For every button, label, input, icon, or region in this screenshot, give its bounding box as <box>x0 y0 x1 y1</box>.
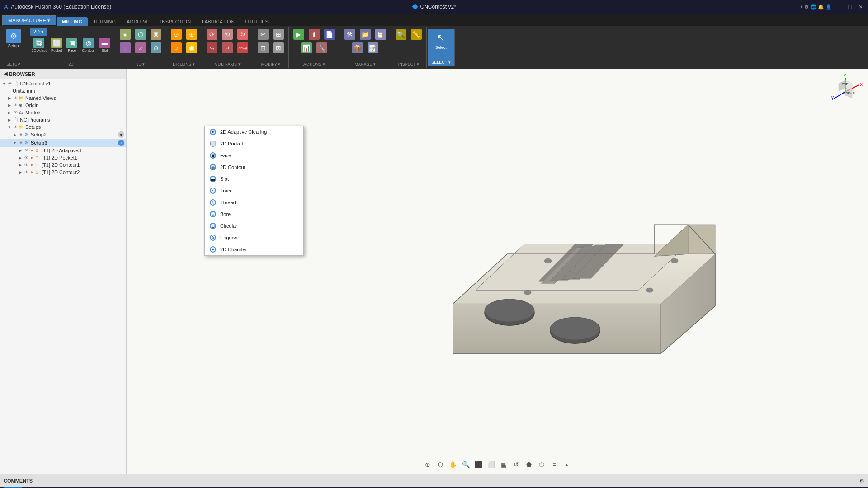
tab-fabrication[interactable]: FABRICATION <box>196 17 240 26</box>
eye-icon-2: 👁 <box>13 95 18 101</box>
tree-item-2d-contour2[interactable]: ▶ 👁 ● ⊙ [T1] 2D Contour2 <box>0 169 126 176</box>
browser-header: ◀ BROWSER <box>0 69 126 79</box>
menu-item-slot[interactable]: ▬ Slot <box>205 173 303 185</box>
3d-parallel-btn[interactable]: ≡ <box>118 42 132 54</box>
modify-btn1[interactable]: ✂ <box>256 28 270 41</box>
multi-axis-btn4[interactable]: ⤿ <box>205 42 219 54</box>
manage-btn4[interactable]: 📦 <box>350 42 365 54</box>
maximize-button[interactable]: □ <box>846 3 854 10</box>
menu-item-thread[interactable]: ⌇ Thread <box>205 197 303 208</box>
manage-btn1[interactable]: 🛠 <box>343 28 357 41</box>
display-mode-btn[interactable]: ⬛ <box>473 459 484 470</box>
home-view-btn[interactable]: ⊕ <box>422 459 433 470</box>
tab-turning[interactable]: TURNING <box>88 17 121 26</box>
tree-item-2d-contour1[interactable]: ▶ 👁 ● ⊙ [T1] 2D Contour1 <box>0 161 126 169</box>
ribbon-tabs: MANUFACTURE ▾ MILLING TURNING ADDITIVE I… <box>0 14 868 26</box>
2d-contour-btn[interactable]: ◎Contour <box>80 37 96 53</box>
tree-item-2d-pocket1[interactable]: ▶ 👁 ● ⊙ [T1] 2D Pocket1 <box>0 154 126 161</box>
minimize-button[interactable]: − <box>835 3 843 10</box>
tree-item-cncontest[interactable]: ▼ 👁 📄 CNContest v1 <box>0 80 126 87</box>
multi-axis-btn3[interactable]: ↻ <box>236 28 250 41</box>
effects-btn[interactable]: ▸ <box>561 459 572 470</box>
tree-item-units[interactable]: Units: mm <box>0 87 126 94</box>
svg-text:X: X <box>860 82 863 87</box>
tab-milling[interactable]: MILLING <box>57 17 88 26</box>
select-btn[interactable]: ↖ Select <box>432 30 450 51</box>
visual-style-btn[interactable]: ⬜ <box>486 459 496 470</box>
manufacture-dropdown[interactable]: MANUFACTURE ▾ <box>2 15 57 26</box>
close-button[interactable]: × <box>857 3 864 10</box>
modify-btn2[interactable]: ⊞ <box>271 28 286 41</box>
2d-adaptive-btn[interactable]: 🔄2D Adapt <box>30 37 48 53</box>
action-btn5[interactable]: 🔧 <box>315 42 329 54</box>
tree-item-named-views[interactable]: ▶ 👁 📂 Named Views <box>0 94 126 102</box>
drill-btn[interactable]: ⊙ <box>169 28 184 41</box>
tree-item-nc-programs[interactable]: ▶ 📋 NC Programs <box>0 116 126 123</box>
tree-item-setups[interactable]: ▼ 👁 📁 Setups <box>0 123 126 131</box>
tab-utilities[interactable]: UTILITIES <box>240 17 274 26</box>
grid-btn[interactable]: ▦ <box>498 459 509 470</box>
tree-item-setup2[interactable]: ▶ 👁 ⚙ Setup2 ● <box>0 131 126 139</box>
manage-btn2[interactable]: 📁 <box>358 28 373 41</box>
nc-code-btn[interactable]: 📄 <box>322 28 337 41</box>
3d-adaptive-btn[interactable]: ◈ <box>118 28 132 41</box>
menu-item-trace[interactable]: ∿ Trace <box>205 185 303 197</box>
tree-item-setup3[interactable]: ▼ 👁 ⚙ Setup3 i <box>0 139 126 147</box>
menu-item-circular[interactable]: ⊙ Circular <box>205 220 303 232</box>
multi-axis-btn2[interactable]: ⟲ <box>220 28 235 41</box>
look-at-btn[interactable]: ⬡ <box>435 459 446 470</box>
3d-contour-btn[interactable]: ⌘ <box>149 28 163 41</box>
thread-icon: ⌇ <box>209 199 217 206</box>
browser-collapse-icon[interactable]: ◀ <box>4 71 7 77</box>
3d-drill-btn[interactable]: ⊕ <box>149 42 163 54</box>
tree-item-models[interactable]: ▶ 👁 🗂 Models <box>0 109 126 116</box>
3d-pocket-btn[interactable]: ⬡ <box>133 28 148 41</box>
tree-item-origin[interactable]: ▶ 👁 ⊕ Origin <box>0 102 126 109</box>
face-btn[interactable]: ▣Face <box>65 37 79 53</box>
models-label: Models <box>25 110 41 115</box>
manage-btn3[interactable]: 📋 <box>373 28 388 41</box>
viewport[interactable]: ✦ 2D Adaptive Clearing ⬜ 2D Pocket ▣ Fac… <box>127 69 868 474</box>
expand-cncontest[interactable]: ▼ <box>2 81 6 86</box>
menu-item-2d-contour[interactable]: ◎ 2D Contour <box>205 161 303 173</box>
orbit-btn[interactable]: ↺ <box>511 459 522 470</box>
reaming-btn[interactable]: ◉ <box>184 42 199 54</box>
section-analysis-btn[interactable]: ≡ <box>549 459 560 470</box>
multi-axis-btn5[interactable]: ⤾ <box>220 42 235 54</box>
menu-item-2d-pocket[interactable]: ⬜ 2D Pocket <box>205 138 303 150</box>
center-drill-btn[interactable]: ⊛ <box>184 28 199 41</box>
menu-item-engrave[interactable]: ✎ Engrave <box>205 232 303 244</box>
setup-button[interactable]: ⚙ Setup <box>5 28 23 49</box>
2d-dropdown-button[interactable]: 2D ▾ <box>30 28 47 36</box>
menu-item-face[interactable]: ▣ Face <box>205 150 303 161</box>
menu-item-2d-adaptive[interactable]: ✦ 2D Adaptive Clearing <box>205 126 303 138</box>
slot-btn[interactable]: ▬Slot <box>98 37 112 53</box>
2d-pocket-btn[interactable]: ⬜Pocket <box>49 37 64 53</box>
inspect-btn1[interactable]: 🔍 <box>394 28 408 41</box>
pan-btn[interactable]: ✋ <box>448 459 458 470</box>
action-btn4[interactable]: 📊 <box>299 42 314 54</box>
post-btn[interactable]: ⬆ <box>307 28 321 41</box>
modify-btn3[interactable]: ⊟ <box>256 42 270 54</box>
manage-btn5[interactable]: 📝 <box>366 42 380 54</box>
simulate-btn[interactable]: ▶ <box>292 28 306 41</box>
svg-point-13 <box>550 317 600 340</box>
boring-btn[interactable]: ○ <box>169 42 184 54</box>
tab-inspection[interactable]: INSPECTION <box>155 17 196 26</box>
menu-item-2d-chamfer[interactable]: ⌐ 2D Chamfer <box>205 244 303 255</box>
modify-btn4[interactable]: ⊠ <box>271 42 286 54</box>
menu-item-bore[interactable]: ○ Bore <box>205 208 303 220</box>
view-cube-btn[interactable]: ⬠ <box>536 459 547 470</box>
zoom-btn[interactable]: 🔍 <box>460 459 471 470</box>
tab-additive[interactable]: ADDITIVE <box>121 17 155 26</box>
fit-btn[interactable]: ⬟ <box>524 459 534 470</box>
multi-axis-btn6[interactable]: ⟿ <box>236 42 250 54</box>
orientation-cube[interactable]: X Z Y TOP FRONT RIGHT <box>827 74 863 110</box>
multi-axis-btn1[interactable]: ⟳ <box>205 28 219 41</box>
ribbon-group-3d: ◈ ⬡ ⌘ ≡ ⊿ ⊕ 3D ▾ <box>115 27 166 68</box>
3d-ramp-btn[interactable]: ⊿ <box>133 42 148 54</box>
svg-point-17 <box>671 258 678 263</box>
tree-item-2d-adaptive3[interactable]: ▶ 👁 ● ⊙ [T1] 2D Adaptive3 <box>0 147 126 154</box>
inspect-btn2[interactable]: 📏 <box>409 28 424 41</box>
comments-settings-icon[interactable]: ⚙ <box>859 478 864 484</box>
